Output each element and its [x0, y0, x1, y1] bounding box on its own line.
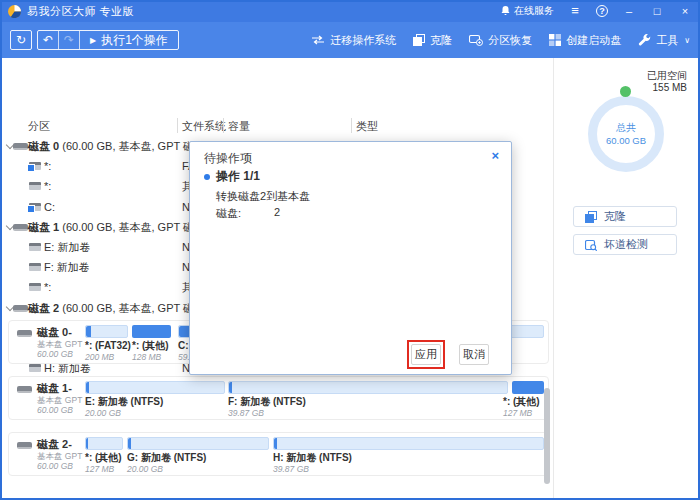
column-type: 类型 [356, 119, 378, 134]
param-label: 磁盘: [216, 207, 241, 219]
disk-bar-2: *: (其他)127 MB G: 新加卷 (NTFS)20.00 GB H: 新… [79, 433, 550, 475]
execute-operations-label: 执行1个操作 [101, 32, 168, 49]
disk-card-size: 60.00 GB [37, 349, 73, 359]
migrate-os-label: 迁移操作系统 [330, 33, 396, 48]
partition-recovery-button[interactable]: 分区恢复 [469, 33, 532, 48]
partition-block[interactable] [273, 437, 544, 450]
create-boot-disk-button[interactable]: 创建启动盘 [549, 33, 621, 48]
partition-size: 127 MB [503, 408, 540, 418]
clone-sidebar-button[interactable]: 克隆 [573, 206, 677, 227]
total-label: 总共 [597, 121, 655, 135]
partition-size: 128 MB [132, 352, 169, 362]
chevron-down-icon: ∨ [684, 36, 690, 45]
undo-button[interactable]: ↶ [38, 31, 59, 49]
disk-icon [17, 442, 32, 449]
clone-button[interactable]: 克隆 [413, 33, 452, 48]
operation-header: 操作 1/1 [204, 168, 260, 185]
grid-icon [549, 34, 561, 46]
column-divider [223, 118, 224, 133]
used-space-readout: 已用空间 155 MB [647, 70, 687, 94]
online-service-label: 在线服务 [514, 4, 554, 18]
recovery-icon [469, 34, 483, 46]
partition-block[interactable] [512, 381, 544, 394]
partition-icon [29, 283, 41, 291]
surface-test-label: 坏道检测 [604, 237, 648, 252]
clone-label: 克隆 [430, 33, 452, 48]
operation-param: 磁盘: 2 [216, 206, 241, 221]
partition-block[interactable] [127, 437, 269, 450]
used-space-dot-icon [620, 86, 631, 97]
highlight-annotation [407, 340, 445, 369]
partition-label: *: (其他) [85, 452, 122, 464]
partition-label: *: (FAT32) [85, 340, 131, 352]
disk-card-name: 磁盘 2- [37, 437, 72, 452]
tools-menu-button[interactable]: 工具 ∨ [638, 33, 690, 48]
disk-card-2[interactable]: 磁盘 2- 基本盘 GPT 60.00 GB *: (其他)127 MB G: … [8, 432, 549, 476]
maximize-button[interactable]: □ [650, 4, 664, 18]
pending-operations-dialog: 待操作项 × 操作 1/1 转换磁盘2到基本盘 磁盘: 2 应用 取消 [189, 141, 512, 375]
online-service-button[interactable]: 在线服务 [501, 4, 554, 18]
migrate-os-button[interactable]: 迁移操作系统 [311, 33, 396, 48]
minimize-button[interactable]: – [622, 4, 636, 18]
dialog-title: 待操作项 [204, 150, 252, 167]
table-header: 分区 文件系统 容量 类型 [0, 118, 553, 135]
partition-block[interactable] [85, 381, 225, 394]
disk-card-1[interactable]: 磁盘 1- 基本盘 GPT 60.00 GB E: 新加卷 (NTFS)20.0… [8, 376, 549, 420]
partition-size: 127 MB [85, 464, 122, 474]
partition-block[interactable] [132, 325, 171, 338]
close-button[interactable]: × [678, 4, 692, 18]
partition-block[interactable] [85, 437, 123, 450]
capacity-donut: 总共 60.00 GB [588, 96, 664, 172]
column-divider [351, 118, 352, 133]
column-divider [177, 118, 178, 133]
execute-operations-button[interactable]: ▶ 执行1个操作 [80, 31, 178, 49]
partition-icon [29, 263, 41, 271]
partition-block[interactable] [228, 381, 508, 394]
partition-block[interactable] [85, 325, 128, 338]
bullet-icon [204, 174, 210, 180]
disk-bar-1: E: 新加卷 (NTFS)20.00 GB F: 新加卷 (NTFS)39.87… [79, 377, 550, 419]
column-filesystem: 文件系统 [182, 119, 226, 134]
menu-icon[interactable]: ≡ [568, 5, 582, 17]
app-window: 易我分区大师 专业版 在线服务 ≡ ? – □ × ↻ ↶ ↷ ▶ 执行1个操作 [0, 0, 700, 500]
dialog-close-icon[interactable]: × [491, 149, 499, 163]
play-icon: ▶ [90, 36, 96, 45]
title-bar: 易我分区大师 专业版 在线服务 ≡ ? – □ × [0, 0, 700, 22]
partition-label: G: 新加卷 (NTFS) [127, 452, 206, 464]
partition-label: *: (其他) [503, 396, 540, 408]
partition-recovery-label: 分区恢复 [488, 33, 532, 48]
create-boot-disk-label: 创建启动盘 [566, 33, 621, 48]
help-icon[interactable]: ? [596, 5, 608, 17]
sidebar: 已用空间 155 MB 总共 60.00 GB 克隆 坏道检测 [554, 58, 700, 498]
param-value: 2 [274, 206, 280, 218]
surface-test-button[interactable]: 坏道检测 [573, 234, 677, 255]
partition-label: *: (其他) [132, 340, 169, 352]
partition-label: H: 新加卷 (NTFS) [273, 452, 352, 464]
column-capacity: 容量 [228, 119, 250, 134]
used-space-label: 已用空间 [647, 70, 687, 81]
migrate-arrows-icon [311, 35, 325, 45]
disk-icon [17, 330, 32, 337]
toolbar: ↻ ↶ ↷ ▶ 执行1个操作 迁移操作系统 克隆 分区恢复 [0, 22, 700, 58]
disk-card-name: 磁盘 1- [37, 381, 72, 396]
operation-count: 操作 1/1 [216, 168, 260, 185]
redo-button[interactable]: ↷ [59, 31, 80, 49]
partition-size: 200 MB [85, 352, 131, 362]
clone-sidebar-label: 克隆 [604, 209, 626, 224]
partition-size: 39.87 GB [228, 408, 306, 418]
operation-description: 转换磁盘2到基本盘 [216, 189, 310, 204]
window-title: 易我分区大师 专业版 [27, 4, 134, 19]
partition-label: E: 新加卷 (NTFS) [85, 396, 163, 408]
partition-icon [29, 364, 41, 372]
cancel-button[interactable]: 取消 [459, 344, 489, 365]
partition-icon [29, 182, 41, 190]
disk-icon [13, 224, 28, 231]
total-value: 60.00 GB [597, 135, 655, 146]
tools-label: 工具 [656, 33, 678, 48]
partition-icon [29, 162, 41, 170]
refresh-button[interactable]: ↻ [10, 30, 32, 50]
partition-icon [29, 203, 41, 211]
used-space-value: 155 MB [653, 82, 687, 93]
vertical-scrollbar[interactable] [544, 388, 550, 484]
surface-test-icon [585, 239, 597, 251]
